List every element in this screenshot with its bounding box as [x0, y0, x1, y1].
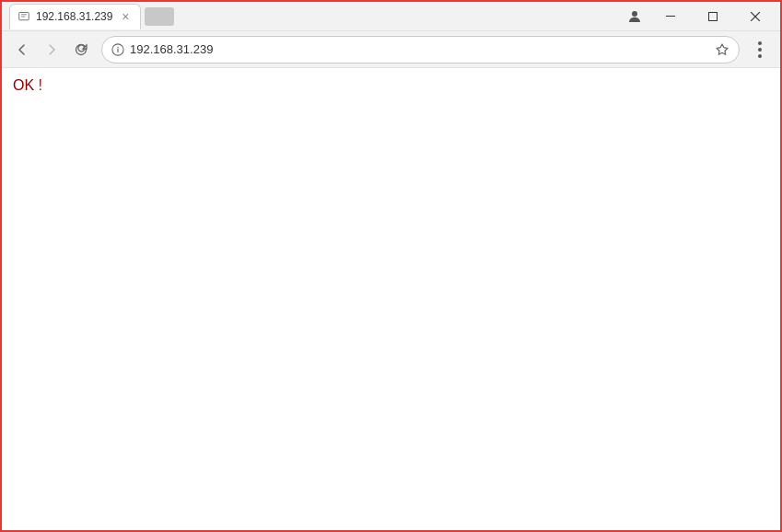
browser-window: 192.168.31.239 × — [2, 2, 780, 530]
info-icon — [111, 43, 124, 56]
minimize-button[interactable] — [649, 2, 692, 31]
bookmark-button[interactable] — [715, 42, 729, 57]
svg-rect-5 — [709, 12, 718, 20]
menu-dot-3 — [758, 54, 762, 58]
menu-dot-2 — [758, 48, 762, 52]
ok-message: OK ! — [13, 77, 42, 93]
back-button[interactable] — [9, 37, 35, 63]
address-input[interactable] — [130, 42, 709, 56]
svg-point-3 — [632, 11, 637, 17]
title-bar: 192.168.31.239 × — [2, 2, 780, 31]
profile-button[interactable] — [620, 2, 649, 31]
tab-favicon — [18, 10, 30, 23]
tab-title: 192.168.31.239 — [36, 10, 112, 23]
tab-strip: 192.168.31.239 × — [6, 4, 620, 29]
chrome-menu-button[interactable] — [747, 37, 773, 63]
svg-rect-4 — [666, 16, 675, 17]
tab-close-button[interactable]: × — [118, 9, 133, 24]
close-button[interactable] — [734, 2, 776, 31]
svg-point-10 — [117, 46, 118, 47]
new-tab-area — [145, 7, 174, 26]
ok-text-ok: OK — [13, 77, 34, 93]
nav-bar — [2, 31, 780, 68]
restore-button[interactable] — [692, 2, 734, 31]
forward-button[interactable] — [39, 37, 64, 63]
ok-text-excl: ! — [34, 77, 42, 93]
active-tab[interactable]: 192.168.31.239 × — [9, 4, 141, 29]
menu-dot-1 — [758, 41, 762, 45]
reload-button[interactable] — [68, 37, 94, 63]
page-content: OK ! — [2, 68, 780, 530]
address-bar[interactable] — [101, 36, 740, 64]
